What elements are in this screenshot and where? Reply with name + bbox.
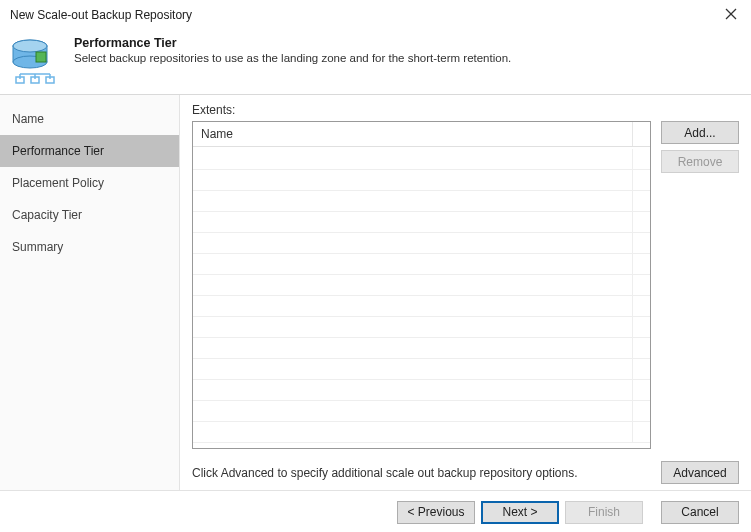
previous-button[interactable]: < Previous — [397, 501, 475, 524]
table-row — [193, 338, 650, 359]
grid-column-name[interactable]: Name — [193, 122, 650, 147]
titlebar: New Scale-out Backup Repository — [0, 0, 751, 28]
add-button[interactable]: Add... — [661, 121, 739, 144]
extents-label: Extents: — [192, 103, 739, 117]
remove-button[interactable]: Remove — [661, 150, 739, 173]
finish-button[interactable]: Finish — [565, 501, 643, 524]
svg-point-5 — [13, 40, 47, 52]
close-icon[interactable] — [721, 7, 741, 23]
window-title: New Scale-out Backup Repository — [10, 8, 192, 22]
sidebar-item-placement-policy[interactable]: Placement Policy — [0, 167, 179, 199]
table-row — [193, 380, 650, 401]
svg-rect-6 — [36, 52, 46, 62]
grid-body — [193, 149, 650, 448]
table-row — [193, 149, 650, 170]
cancel-button[interactable]: Cancel — [661, 501, 739, 524]
table-row — [193, 359, 650, 380]
sidebar-item-name[interactable]: Name — [0, 103, 179, 135]
table-row — [193, 170, 650, 191]
wizard-footer: < Previous Next > Finish Cancel — [0, 490, 751, 532]
page-title: Performance Tier — [74, 36, 511, 50]
table-row — [193, 296, 650, 317]
repository-icon — [10, 34, 60, 84]
advanced-hint: Click Advanced to specify additional sca… — [192, 466, 578, 480]
extents-grid[interactable]: Name — [192, 121, 651, 449]
table-row — [193, 212, 650, 233]
sidebar-item-performance-tier[interactable]: Performance Tier — [0, 135, 179, 167]
table-row — [193, 233, 650, 254]
table-row — [193, 317, 650, 338]
wizard-header: Performance Tier Select backup repositor… — [0, 28, 751, 94]
sidebar-item-capacity-tier[interactable]: Capacity Tier — [0, 199, 179, 231]
advanced-button[interactable]: Advanced — [661, 461, 739, 484]
table-row — [193, 275, 650, 296]
wizard-sidebar: Name Performance Tier Placement Policy C… — [0, 95, 180, 490]
table-row — [193, 422, 650, 443]
table-row — [193, 191, 650, 212]
sidebar-item-summary[interactable]: Summary — [0, 231, 179, 263]
page-description: Select backup repositories to use as the… — [74, 52, 511, 64]
table-row — [193, 401, 650, 422]
table-row — [193, 254, 650, 275]
content-area: Extents: Name — [180, 95, 751, 490]
next-button[interactable]: Next > — [481, 501, 559, 524]
